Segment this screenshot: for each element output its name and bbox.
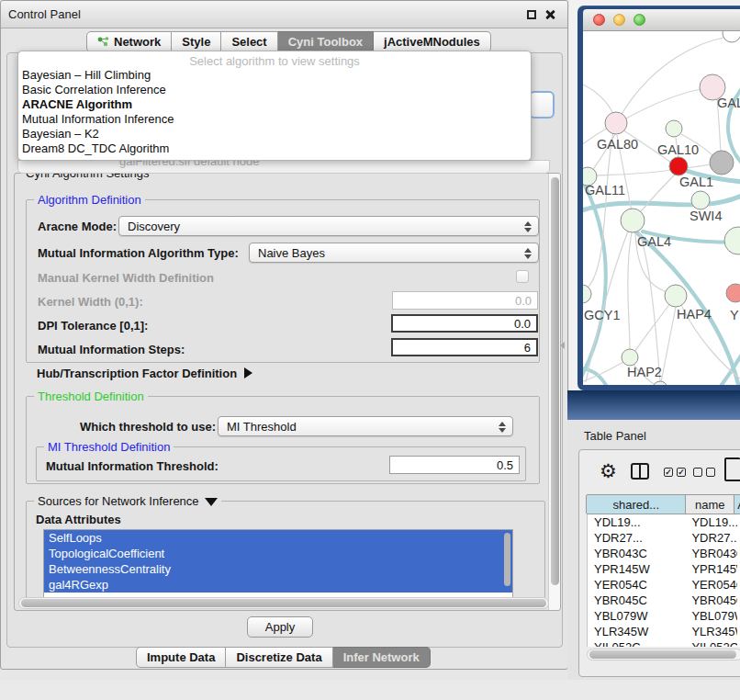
mi-steps-field[interactable]: 6 <box>391 338 538 356</box>
tab-impute-data-label: Impute Data <box>147 650 215 664</box>
close-icon[interactable] <box>544 9 555 20</box>
algorithm-option[interactable]: Dream8 DC_TDC Algorithm <box>18 141 531 156</box>
mi-algorithm-type-combo[interactable]: Naive Bayes <box>249 243 539 263</box>
sources-title: Sources for Network Inference <box>38 494 199 508</box>
tab-select[interactable]: Select <box>221 31 277 52</box>
settings-horizontal-scrollbar-thumb[interactable] <box>21 599 546 607</box>
attribute-item-selected[interactable]: BetweennessCentrality <box>44 561 512 577</box>
cell-name[interactable]: YPR145W <box>688 561 737 577</box>
node-label: GAL11 <box>585 183 625 198</box>
settings-horizontal-scrollbar[interactable] <box>18 597 549 609</box>
node-gal10[interactable] <box>666 120 682 137</box>
cell-name[interactable]: YIL052C <box>688 639 737 647</box>
tab-style[interactable]: Style <box>172 31 221 52</box>
table-horizontal-scrollbar[interactable] <box>587 649 740 660</box>
dpi-tolerance-field[interactable]: 0.0 <box>391 314 538 333</box>
table-panel-title: Table Panel <box>584 429 646 443</box>
columns-icon[interactable] <box>631 463 649 480</box>
minimize-traffic-light-icon[interactable] <box>613 14 625 26</box>
node-swi4[interactable] <box>691 191 710 209</box>
mi-algorithm-type-label: Mutual Information Algorithm Type: <box>38 246 239 260</box>
column-header-name[interactable]: name <box>685 495 734 514</box>
tab-network[interactable]: Network <box>86 31 172 52</box>
table-row[interactable]: YIL052C YIL052C 9 <box>588 639 740 647</box>
node-gal4[interactable] <box>621 209 645 232</box>
sources-toggle[interactable]: Sources for Network Inference <box>34 494 221 508</box>
cell-name[interactable]: YBR045C <box>688 593 737 608</box>
cell-name[interactable]: YBR043C <box>688 546 737 561</box>
algorithm-option-selected[interactable]: ARACNE Algorithm <box>18 97 531 112</box>
which-threshold-combo[interactable]: MI Threshold <box>218 416 513 436</box>
table-row[interactable]: YBR045C YBR045C 9. <box>588 593 740 608</box>
cell-name[interactable]: YLR345W <box>688 624 737 639</box>
cell-shared-name[interactable]: YDR27... <box>588 530 688 546</box>
node-gcy1[interactable] <box>583 285 591 303</box>
inference-algorithm-combo-fragment[interactable] <box>529 91 555 119</box>
node-hap4[interactable] <box>665 285 687 307</box>
cell-name[interactable]: YBL079W <box>688 608 737 624</box>
cell-shared-name[interactable]: YLR345W <box>588 624 688 639</box>
node-gal80[interactable] <box>605 112 627 134</box>
zoom-traffic-light-icon[interactable] <box>633 14 645 26</box>
algorithm-option[interactable]: Bayesian – K2 <box>18 127 531 141</box>
column-header-clipped[interactable]: A <box>734 495 740 514</box>
network-canvas[interactable]: GAL GAL80 GAL10 GAL1 GAL11 SWI4 GAL4 HAP… <box>583 31 740 385</box>
algorithm-option[interactable]: Basic Correlation Inference <box>18 83 531 97</box>
node-hap2[interactable] <box>622 349 638 366</box>
table-row[interactable]: YER054C YER054C 8. <box>588 577 740 593</box>
tab-discretize-data[interactable]: Discretize Data <box>226 647 332 668</box>
table-row[interactable]: YLR345W YLR345W 9. <box>588 624 740 639</box>
mi-threshold-field[interactable]: 0.5 <box>389 456 520 474</box>
hub-definition-toggle[interactable]: Hub/Transcription Factor Definition <box>37 367 252 380</box>
network-window-titlebar[interactable] <box>583 9 740 31</box>
node-salmon[interactable] <box>726 284 740 302</box>
close-traffic-light-icon[interactable] <box>593 14 605 26</box>
tab-cyni-toolbox[interactable]: Cyni Toolbox <box>278 31 374 52</box>
splitpane-collapse-icon[interactable] <box>560 342 565 349</box>
cell-name[interactable]: YDL19... <box>688 514 737 530</box>
node[interactable] <box>723 31 740 42</box>
select-all-checkboxes-icon[interactable]: ✓✓ <box>664 468 686 477</box>
float-window-icon[interactable] <box>527 10 536 19</box>
attribute-item-selected[interactable]: SelfLoops <box>44 530 512 546</box>
cell-shared-name[interactable]: YPR145W <box>588 561 688 577</box>
attributes-scrollbar[interactable] <box>504 533 510 586</box>
algorithm-option[interactable]: Bayesian – Hill Climbing <box>18 68 531 83</box>
algorithm-option[interactable]: Mutual Information Inference <box>18 112 531 127</box>
attribute-item-selected[interactable]: gal4RGexp <box>44 577 512 593</box>
table-horizontal-scrollbar-thumb[interactable] <box>589 650 736 659</box>
manual-kernel-width-checkbox[interactable] <box>516 270 529 283</box>
attribute-item-selected[interactable]: TopologicalCoefficient <box>44 546 512 561</box>
table-row[interactable]: YPR145W YPR145W 9. <box>588 561 740 577</box>
node-gal1[interactable] <box>669 157 688 175</box>
deselect-all-checkboxes-icon[interactable] <box>693 468 715 477</box>
new-table-icon[interactable] <box>724 457 740 481</box>
cell-shared-name[interactable]: YBL079W <box>588 608 688 624</box>
table-row[interactable]: YBR043C YBR043C <box>588 546 740 561</box>
cell-shared-name[interactable]: YIL052C <box>588 639 688 647</box>
node[interactable] <box>724 227 740 254</box>
network-combo-clipped[interactable]: galFiltered.sif default node <box>17 160 550 174</box>
tab-infer-network[interactable]: Infer Network <box>333 647 431 668</box>
node-gray[interactable] <box>710 151 734 175</box>
apply-button[interactable]: Apply <box>247 616 313 638</box>
tab-impute-data[interactable]: Impute Data <box>136 647 226 668</box>
gear-icon[interactable]: ⚙ <box>600 461 617 480</box>
cell-shared-name[interactable]: YBR045C <box>588 593 688 608</box>
settings-vertical-scrollbar[interactable] <box>548 174 560 610</box>
cell-shared-name[interactable]: YBR043C <box>588 546 688 561</box>
table-row[interactable]: YBL079W YBL079W <box>588 608 740 624</box>
table-row[interactable]: YDR27... YDR27... 12 <box>588 530 740 546</box>
aracne-mode-combo[interactable]: Discovery <box>118 216 539 236</box>
column-header-shared-name[interactable]: shared... <box>586 495 686 514</box>
kernel-width-field[interactable]: 0.0 <box>392 291 538 310</box>
tab-jactivemnodules[interactable]: jActiveMNodules <box>374 31 491 52</box>
cell-name[interactable]: YER054C <box>688 577 737 593</box>
cell-shared-name[interactable]: YDL19... <box>588 514 688 530</box>
table-row[interactable]: YDL19... YDL19... 13 <box>588 514 740 530</box>
node[interactable] <box>653 381 667 385</box>
cell-name[interactable]: YDR27... <box>688 530 737 546</box>
settings-vertical-scrollbar-thumb[interactable] <box>551 177 559 585</box>
cell-shared-name[interactable]: YER054C <box>588 577 688 593</box>
network-combo-clipped-text: galFiltered.sif default node <box>119 160 259 168</box>
